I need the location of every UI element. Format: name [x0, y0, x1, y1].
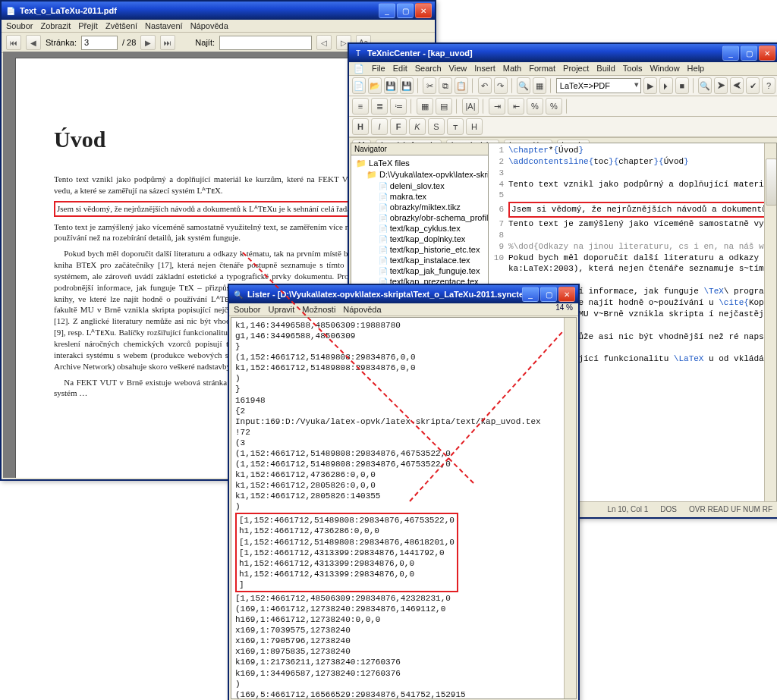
- toggle-nav-icon[interactable]: ▦: [533, 77, 546, 94]
- page-last-icon[interactable]: ⏭: [160, 35, 175, 50]
- output-profile-select[interactable]: LaTeX=>PDF: [556, 78, 641, 93]
- txc-titlebar[interactable]: T TeXnicCenter - [kap_uvod] _ ▢ ✕: [349, 44, 777, 62]
- tree-project-path[interactable]: D:\Vyuka\latex-opvk\latex-skripta\Text_c: [353, 169, 486, 180]
- table-icon[interactable]: ▦: [417, 98, 433, 115]
- txc-menubar[interactable]: 📄 File Edit Search View Insert Math Form…: [349, 62, 777, 76]
- itemize-icon[interactable]: ≡: [352, 98, 369, 115]
- close-button[interactable]: ✕: [558, 287, 575, 302]
- menu-nastaveni[interactable]: Nastavení: [145, 21, 183, 30]
- editor-line[interactable]: 7Tento text je zamýšlený jako víceméně s…: [492, 218, 776, 230]
- minimize-button[interactable]: _: [379, 3, 395, 18]
- minimize-button[interactable]: _: [522, 287, 539, 302]
- editor-line[interactable]: 3: [492, 168, 776, 179]
- menu-math[interactable]: Math: [503, 64, 521, 74]
- pdf-titlebar[interactable]: 📄 Text_o_LaTeXu-2011.pdf _ ▢ ✕: [2, 2, 435, 20]
- minimize-button[interactable]: _: [722, 46, 739, 61]
- saveall-icon[interactable]: 💾: [400, 77, 414, 94]
- save-icon[interactable]: 💾: [384, 77, 398, 94]
- page-prev-icon[interactable]: ◀: [26, 35, 41, 50]
- tree-file[interactable]: obrazky/miktex.tikz: [353, 202, 486, 212]
- undo-icon[interactable]: ↶: [478, 77, 492, 94]
- menu-edit[interactable]: Edit: [393, 64, 407, 74]
- build-view-icon[interactable]: ⏵: [659, 77, 673, 94]
- maximize-button[interactable]: ▢: [540, 287, 557, 302]
- slanted-icon[interactable]: K: [409, 118, 426, 135]
- lister-content[interactable]: k1,146:34496588,48506309:19888780g1,146:…: [231, 317, 577, 699]
- tree-file[interactable]: text/kap_cyklus.tex: [353, 223, 486, 234]
- tree-file[interactable]: obrazky/obr-schema_profilu.tikz: [353, 212, 486, 223]
- maximize-button[interactable]: ▢: [397, 3, 414, 18]
- menu-tools[interactable]: Tools: [623, 64, 643, 74]
- next-error-icon[interactable]: ⮞: [714, 77, 728, 94]
- lister-scrollbar[interactable]: [564, 318, 576, 698]
- align-left-icon[interactable]: |A|: [462, 98, 479, 115]
- tree-file[interactable]: text/kap_doplnky.tex: [353, 234, 486, 244]
- heading-icon[interactable]: H: [352, 118, 369, 135]
- menu-napoveda[interactable]: Nápověda: [343, 305, 381, 314]
- lister-titlebar[interactable]: 🔍 Lister - [D:\Vyuka\latex-opvk\latex-sk…: [229, 285, 578, 303]
- bold-icon[interactable]: F: [390, 118, 407, 135]
- cut-icon[interactable]: ✂: [423, 77, 436, 94]
- description-icon[interactable]: ≔: [390, 98, 407, 115]
- menu-file[interactable]: File: [372, 64, 385, 74]
- editor-line[interactable]: 9%\dod{Odkazy na jinou literaturu, cs i …: [492, 241, 776, 253]
- menu-napoveda[interactable]: Nápověda: [190, 21, 228, 30]
- menu-build[interactable]: Build: [596, 64, 615, 74]
- menu-insert[interactable]: Insert: [474, 64, 495, 74]
- menu-view[interactable]: View: [449, 64, 467, 74]
- menu-zvetseni[interactable]: Zvětšení: [105, 21, 137, 30]
- enumerate-icon[interactable]: ≣: [371, 98, 388, 115]
- menu-format[interactable]: Format: [529, 64, 555, 74]
- smallcaps-icon[interactable]: S: [428, 118, 445, 135]
- menu-prejit[interactable]: Přejít: [78, 21, 98, 30]
- editor-line[interactable]: 1\chapter*{Úvod}: [492, 145, 776, 156]
- menu-soubor[interactable]: Soubor: [6, 21, 33, 30]
- close-button[interactable]: ✕: [415, 3, 432, 18]
- new-icon[interactable]: 📄: [352, 77, 366, 94]
- menu-soubor[interactable]: Soubor: [234, 305, 260, 314]
- tree-file[interactable]: text/kap_instalace.tex: [353, 255, 486, 265]
- redo-icon[interactable]: ↷: [494, 77, 508, 94]
- editor-line[interactable]: 10Pokud bych měl doporučit další literat…: [492, 253, 776, 264]
- open-icon[interactable]: 📂: [368, 77, 382, 94]
- menu-project[interactable]: Project: [563, 64, 589, 74]
- tree-root-latex[interactable]: LaTeX files: [353, 158, 486, 169]
- paste-icon[interactable]: 📋: [455, 77, 468, 94]
- find-icon[interactable]: 🔍: [517, 77, 530, 94]
- synctex-highlight-source[interactable]: Jsem si vědomý, že nejrůznějších návodů …: [54, 201, 356, 217]
- menu-window[interactable]: Window: [650, 64, 679, 74]
- maximize-button[interactable]: ▢: [741, 46, 757, 61]
- uncomment-icon[interactable]: %: [546, 98, 562, 115]
- menu-help[interactable]: Help: [687, 64, 705, 74]
- tiny-icon[interactable]: ᴛ: [447, 118, 464, 135]
- editor-line[interactable]: 8: [492, 230, 776, 241]
- editor-line[interactable]: 2\addcontentsline{toc}{chapter}{Úvod}: [492, 156, 776, 168]
- menu-upravit[interactable]: Upravit: [268, 305, 294, 314]
- tabular-icon[interactable]: ▤: [436, 98, 452, 115]
- tree-file[interactable]: deleni_slov.tex: [353, 180, 486, 191]
- tree-file[interactable]: makra.tex: [353, 191, 486, 202]
- pdf-menubar[interactable]: Soubor Zobrazit Přejít Zvětšení Nastaven…: [2, 20, 435, 33]
- menu-moznosti[interactable]: Možnosti: [302, 305, 335, 314]
- tree-file[interactable]: text/kap_historie_etc.tex: [353, 244, 486, 255]
- indent-icon[interactable]: ⇥: [489, 98, 505, 115]
- huge-icon[interactable]: H: [466, 118, 483, 135]
- comment-icon[interactable]: %: [527, 98, 543, 115]
- stop-icon[interactable]: ■: [675, 77, 689, 94]
- editor-line[interactable]: 6Jsem si vědomý, že nejrůznějších návodů…: [492, 201, 776, 218]
- page-number-input[interactable]: [81, 36, 118, 50]
- help-icon[interactable]: ?: [762, 77, 775, 94]
- build-icon[interactable]: ▶: [643, 77, 657, 94]
- tree-file[interactable]: text/kap_jak_funguje.tex: [353, 265, 486, 276]
- find-prev-icon[interactable]: ◁: [316, 35, 332, 50]
- menu-search[interactable]: Search: [415, 64, 442, 74]
- lister-menubar[interactable]: Soubor Upravit Možnosti Nápověda: [229, 303, 578, 316]
- italic-icon[interactable]: I: [371, 118, 388, 135]
- spell-icon[interactable]: ✔: [746, 77, 760, 94]
- page-next-icon[interactable]: ▶: [140, 35, 156, 50]
- page-first-icon[interactable]: ⏮: [6, 35, 21, 50]
- find-input[interactable]: [219, 36, 312, 50]
- copy-icon[interactable]: ⧉: [439, 77, 452, 94]
- editor-line[interactable]: 5: [492, 190, 776, 201]
- view-output-icon[interactable]: 🔍: [698, 77, 712, 94]
